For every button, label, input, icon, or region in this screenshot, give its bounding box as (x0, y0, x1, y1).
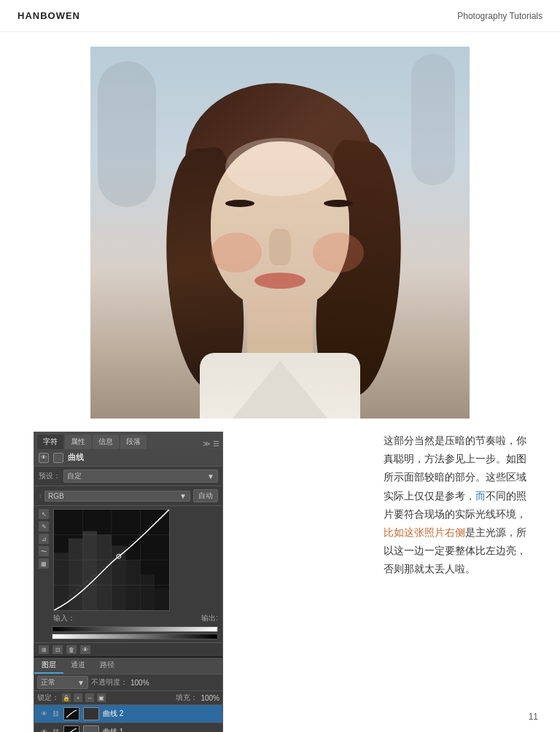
gradient-bar-area (34, 626, 222, 642)
layer-eye-curve1[interactable]: 👁 (39, 727, 49, 732)
portrait-image-container (90, 47, 470, 418)
tab-paragraph[interactable]: 段落 (120, 435, 147, 449)
portrait-image (90, 47, 470, 418)
layer-thumb-curve2-preview (83, 707, 99, 720)
tab-properties[interactable]: 属性 (65, 435, 91, 449)
layers-tab-bar: 图层 通道 路径 (34, 658, 222, 674)
preset-label: 预设： (39, 471, 61, 481)
gradient-bar-bottom (52, 626, 218, 632)
toolbar-new-icon[interactable]: ⊞ (39, 645, 49, 654)
curves-graph-wrapper: 输入： 输出: (53, 509, 218, 623)
svg-rect-12 (140, 575, 155, 610)
curves-visibility-eye[interactable]: 👁 (39, 453, 49, 463)
curves-panel-title: 曲线 (68, 452, 84, 463)
layer-thumb-curve2-icon (63, 707, 79, 720)
brand-logo: HANBOWEN (18, 10, 80, 21)
layer-link-curve2: ⛓ (52, 710, 60, 717)
curves-panel: 字符 属性 信息 段落 ≫ ☰ 👁 曲线 预设： (34, 432, 223, 732)
tab-layers[interactable]: 图层 (34, 658, 63, 674)
auto-button[interactable]: 自动 (193, 489, 218, 502)
layer-item-curve1[interactable]: 👁 ⛓ 曲线 1 (34, 723, 222, 732)
toolbar-delete-icon[interactable]: 🗑 (66, 645, 77, 654)
lock-icon-4[interactable]: ▣ (97, 693, 106, 702)
lock-icon-1[interactable]: 🔒 (62, 693, 71, 702)
lock-icon-2[interactable]: + (74, 693, 82, 702)
layer-thumb-curve1-preview (83, 725, 99, 732)
toolbar-eye-icon[interactable]: 👁 (80, 645, 90, 654)
gradient-bar-side (52, 634, 218, 639)
tab-channels[interactable]: 通道 (63, 658, 93, 674)
curves-tools: ↖ ✎ ⊿ 〜 ▦ (39, 509, 50, 623)
text-highlight-blue: 而 (475, 490, 486, 502)
lock-label: 锁定： (37, 693, 59, 703)
tool-eyedropper[interactable]: ⊿ (39, 534, 49, 544)
panel-icons: ≫ ☰ (203, 440, 219, 449)
bottom-section: 字符 属性 信息 段落 ≫ ☰ 👁 曲线 预设： (0, 432, 560, 732)
svg-rect-11 (126, 560, 141, 610)
channel-select[interactable]: RGB ▼ (44, 491, 190, 502)
tab-paths[interactable]: 路径 (93, 658, 122, 674)
tool-pointer[interactable]: ↖ (39, 509, 49, 519)
output-label: 输出: (201, 613, 218, 623)
tool-histogram[interactable]: ▦ (39, 558, 49, 569)
layer-thumb-curve1-icon (63, 725, 79, 732)
svg-rect-8 (83, 532, 98, 610)
svg-rect-6 (54, 553, 69, 610)
fill-label: 填充： (176, 693, 198, 703)
tab-info[interactable]: 信息 (93, 435, 119, 449)
page-header: HANBOWEN Photography Tutorials (0, 0, 560, 32)
opacity-label: 不透明度： (91, 677, 128, 688)
tab-character[interactable]: 字符 (37, 435, 63, 449)
text-paragraph: 这部分当然是压暗的节奏啦，你真聪明，方法参见上一步。如图所示面部较暗的部分。这些… (384, 432, 526, 579)
curves-link-icon (53, 453, 63, 463)
layer-item-curve2[interactable]: 👁 ⛓ 曲线 2 (34, 705, 222, 723)
photoshop-panel: 字符 属性 信息 段落 ≫ ☰ 👁 曲线 预设： (34, 432, 369, 732)
text-highlight-orange: 比如这张照片右侧 (384, 526, 465, 538)
panel-collapse-icon[interactable]: ≫ (203, 440, 210, 448)
tool-pen[interactable]: ✎ (39, 521, 49, 532)
panel-bottom-toolbar: ⊞ ⊡ 🗑 👁 (34, 642, 222, 656)
main-content (0, 47, 560, 418)
ps-tab-bar: 字符 属性 信息 段落 ≫ ☰ (34, 432, 222, 449)
layer-name-curve1: 曲线 1 (103, 727, 123, 732)
lock-fill-row: 锁定： 🔒 + ↔ ▣ 填充： 100% (34, 691, 222, 705)
layers-panel: 图层 通道 路径 正常▼ 不透明度： 100% 锁定： 🔒 + (34, 656, 222, 732)
tool-line[interactable]: 〜 (39, 546, 49, 556)
fill-value[interactable]: 100% (201, 694, 219, 702)
blend-mode-select[interactable]: 正常▼ (37, 676, 88, 689)
curves-graph[interactable] (53, 509, 170, 611)
layer-link-curve1: ⛓ (52, 728, 60, 732)
opacity-value[interactable]: 100% (131, 679, 149, 687)
layer-options-row: 正常▼ 不透明度： 100% (34, 674, 222, 691)
layer-name-curve2: 曲线 2 (103, 709, 123, 719)
curves-graph-area: ↖ ✎ ⊿ 〜 ▦ (34, 506, 222, 626)
page-section-title: Photography Tutorials (457, 11, 542, 21)
input-label: 输入： (53, 613, 75, 623)
lock-icon-3[interactable]: ↔ (85, 693, 94, 702)
text-content-panel: 这部分当然是压暗的节奏啦，你真聪明，方法参见上一步。如图所示面部较暗的部分。这些… (384, 432, 526, 732)
svg-rect-10 (112, 545, 126, 610)
preset-select[interactable]: 自定 ▼ (63, 470, 218, 483)
page-number: 11 (529, 712, 538, 722)
toolbar-copy-icon[interactable]: ⊡ (52, 645, 63, 654)
panel-menu-icon[interactable]: ☰ (213, 440, 219, 448)
svg-rect-9 (97, 535, 112, 611)
layer-eye-curve2[interactable]: 👁 (39, 709, 49, 719)
svg-rect-13 (155, 588, 169, 610)
